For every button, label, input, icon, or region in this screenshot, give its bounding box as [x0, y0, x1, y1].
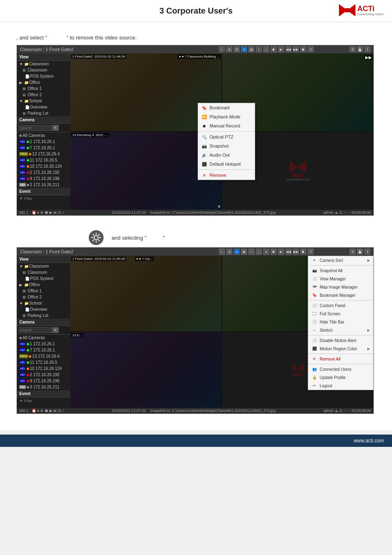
- sidebar-item-overview[interactable]: 📄 Overview: [17, 104, 70, 110]
- menu-remove[interactable]: ✕ Remove: [198, 171, 255, 180]
- rp-map-image[interactable]: 🗺 Map Image Manager: [308, 283, 373, 291]
- layout-3x3-btn-2[interactable]: ⊞: [234, 249, 240, 254]
- video-cell-2-3[interactable]: 13 D...: [70, 332, 221, 408]
- menu-hotspot[interactable]: ⬛ Default Hotspot: [198, 160, 255, 169]
- sidebar-item-pos[interactable]: 📄 POS System: [17, 73, 70, 79]
- sidebar-item-office1[interactable]: ⊞ Office 1: [17, 86, 70, 92]
- sidebar2-cam11[interactable]: HD 11 172.16.26.5: [17, 359, 70, 365]
- rp-bookmark[interactable]: 🔖 Bookmark Manager: [308, 291, 373, 299]
- rp-logout[interactable]: ↩ Logout: [308, 382, 373, 390]
- refresh-btn[interactable]: ↺: [308, 46, 314, 52]
- event-filter-icon[interactable]: ▼ Filter: [17, 195, 70, 202]
- sidebar-item-cam1[interactable]: HD 1 172.16.26.1: [17, 139, 70, 145]
- rp-view-manager[interactable]: ⬜ View Manager: [308, 275, 373, 283]
- next-btn-2[interactable]: ▶▶: [293, 249, 299, 254]
- sidebar2-cam3[interactable]: HD 3 172.16.26.211: [17, 384, 70, 390]
- sidebar-item-classroom-grid[interactable]: ⊞ Classroom: [17, 67, 70, 73]
- sidebar2-parking[interactable]: ⊞ Parking Lot: [17, 312, 70, 319]
- sidebar2-classroom-folder[interactable]: ▼ 📁 Classroom: [17, 263, 70, 269]
- sidebar2-overview[interactable]: 📄 Overview: [17, 306, 70, 312]
- settings-btn-2[interactable]: ⚙: [350, 249, 355, 254]
- sidebar-item-school-folder[interactable]: ▼ 📁 School: [17, 98, 70, 104]
- layout-arrow-btn[interactable]: »: [256, 46, 262, 52]
- rec-btn-2[interactable]: ⏺: [271, 249, 277, 254]
- sidebar2-cam7[interactable]: HD 7 172.16.26.1: [17, 347, 70, 353]
- layout-3x3-btn[interactable]: ⊞: [234, 46, 240, 52]
- sidebar-item-all-cameras[interactable]: All Cameras: [17, 132, 70, 139]
- sidebar-item-office-folder[interactable]: ▶ 📁 Office: [17, 79, 70, 86]
- info-btn[interactable]: ℹ: [364, 46, 370, 52]
- rp-custom-panel[interactable]: ⬜ Custom Panel: [308, 301, 373, 310]
- stop-btn[interactable]: ⏹: [300, 46, 306, 52]
- camera-search-input[interactable]: [18, 125, 51, 131]
- sidebar2-cam13[interactable]: PRO 13 172.16.26.4: [17, 353, 70, 359]
- sidebar2-office1[interactable]: ⊞ Office 1: [17, 288, 70, 294]
- sidebar-item-cam13[interactable]: PRO 13 172.16.26.4: [17, 151, 70, 157]
- layout-2x2-btn[interactable]: ⊞: [226, 46, 232, 52]
- sidebar2-pos[interactable]: 📄 POS System: [17, 275, 70, 282]
- menu-snapshot[interactable]: 📷 Snapshot: [198, 141, 255, 150]
- sidebar2-cam10[interactable]: HD 10 172.16.26.124: [17, 365, 70, 372]
- settings-btn[interactable]: ⚙: [350, 46, 355, 52]
- sidebar2-office-folder[interactable]: ▶ 📁 Office: [17, 282, 70, 288]
- menu-manual-record[interactable]: ⏺ Manual Record: [198, 121, 255, 130]
- camera-search-clear-btn-2[interactable]: ✕: [52, 327, 59, 333]
- layout-4x4-btn[interactable]: ⊞: [241, 46, 247, 52]
- rp-camera-sort[interactable]: ≡ Camera Sort: [308, 256, 373, 264]
- layout-custom-btn-2[interactable]: ▦: [241, 249, 247, 254]
- camera-search-input-2[interactable]: [18, 327, 51, 333]
- rp-full-screen[interactable]: ⛶ Full Screen: [308, 310, 373, 318]
- camera-search-clear-btn[interactable]: ✕: [52, 125, 59, 131]
- sidebar2-cam9[interactable]: HD 9 172.16.26.196: [17, 378, 70, 384]
- rp-update-profile[interactable]: 🔒 Update Profile: [308, 373, 373, 382]
- layout-1x1-btn-2[interactable]: ▪: [219, 249, 225, 254]
- sidebar-item-cam11[interactable]: HD 11 172.16.26.5: [17, 157, 70, 163]
- sidebar-item-cam9[interactable]: HD 9 172.16.26.196: [17, 176, 70, 182]
- menu-audio[interactable]: 🔊 Audio Out: [198, 150, 255, 160]
- sidebar2-school-folder[interactable]: ▼ 📁 School: [17, 300, 70, 306]
- rp-motion-color[interactable]: ⬛ Motion Region Color: [308, 345, 373, 353]
- play-btn[interactable]: ▶: [278, 46, 284, 52]
- rp-remove-all[interactable]: ✕ Remove All: [308, 355, 373, 363]
- rp-connected-users[interactable]: 👥 Connected Users: [308, 365, 373, 373]
- next-btn[interactable]: ▶▶: [293, 46, 299, 52]
- sidebar-item-parking[interactable]: ⊞ Parking Lot: [17, 110, 70, 116]
- layout-1x1-btn[interactable]: ▪: [219, 46, 225, 52]
- menu-bookmark[interactable]: 🔖 Bookmark: [198, 103, 255, 112]
- sidebar-item-cam10[interactable]: HD 10 172.16.26.124: [17, 163, 70, 169]
- dot-btn[interactable]: ●: [263, 249, 269, 254]
- menu-playback[interactable]: ⏩ Playback Mode: [198, 112, 255, 121]
- layout-2x2-btn-2[interactable]: ⊞: [226, 249, 232, 254]
- rp-hide-title[interactable]: ⬜ Hide Title Bar: [308, 318, 373, 326]
- save-btn[interactable]: 💾: [357, 46, 363, 52]
- video-cell-2-1[interactable]: 1 Front Gate2 2015-02-10 11:50:26 ● ● 7 …: [70, 256, 221, 331]
- close-x-btn[interactable]: ✕: [217, 204, 221, 209]
- layout-arrow-btn-2[interactable]: »: [249, 249, 254, 254]
- layout-custom-btn[interactable]: ▦: [249, 46, 254, 52]
- rec-btn[interactable]: ⏺: [271, 46, 277, 52]
- rp-stretch[interactable]: ↔ Stretch: [308, 326, 373, 334]
- save-btn-2[interactable]: 💾: [357, 249, 363, 254]
- sidebar-item-office2[interactable]: ⊞ Office 2: [17, 92, 70, 98]
- sidebar2-classroom-grid[interactable]: ⊞ Classroom: [17, 269, 70, 275]
- play-btn-2[interactable]: ▶: [278, 249, 284, 254]
- rp-disable-motion[interactable]: ⬜ Disable Motion Alert: [308, 336, 373, 345]
- status-dot-green: [27, 141, 29, 143]
- sidebar2-office2[interactable]: ⊞ Office 2: [17, 294, 70, 300]
- sidebar2-all-cameras[interactable]: All Cameras: [17, 335, 70, 341]
- prev-btn-2[interactable]: ◀◀: [286, 249, 291, 254]
- sidebar-item-classroom-folder[interactable]: ▼ 📁 Classroom: [17, 61, 70, 67]
- refresh-btn-2[interactable]: ↺: [308, 249, 314, 254]
- menu-optical-ptz[interactable]: 🔍 Optical PTZ: [198, 132, 255, 141]
- sidebar-item-cam7[interactable]: HD 7 172.16.26.1: [17, 145, 70, 151]
- info-btn-2[interactable]: ℹ: [364, 249, 370, 254]
- rp-snapshot-all[interactable]: 📷 Snapshot All: [308, 266, 373, 275]
- sidebar-item-cam2[interactable]: HD 2 172.16.26.192: [17, 169, 70, 176]
- expand-btn[interactable]: ▶▶: [364, 54, 373, 60]
- sidebar2-cam1[interactable]: HD 1 172.16.26.1: [17, 341, 70, 347]
- sidebar2-cam2[interactable]: HD 2 172.16.26.192: [17, 372, 70, 378]
- event-filter-icon-2[interactable]: ▼ Filter: [17, 398, 70, 404]
- stop-btn-2[interactable]: ⏹: [300, 249, 306, 254]
- sidebar-item-cam3[interactable]: HD 3 172.16.26.211: [17, 182, 70, 188]
- prev-btn[interactable]: ◀◀: [286, 46, 291, 52]
